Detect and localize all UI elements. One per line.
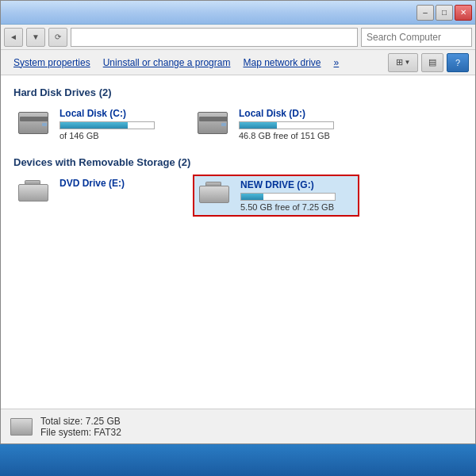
explorer-window: – □ ✕ ◄ ▼ ⟳ 🔍 System properties Uninstal… [0, 0, 476, 444]
removable-grid: DVD Drive (E:) NEW DRIVE (G:) 5.50 GB f [13, 175, 463, 217]
system-properties-button[interactable]: System properties [7, 52, 97, 73]
drive-d-free: 46.8 GB free of 151 GB [239, 131, 356, 140]
drive-g[interactable]: NEW DRIVE (G:) 5.50 GB free of 7.25 GB [193, 175, 359, 217]
drive-c[interactable]: Local Disk (C:) of 146 GB [13, 105, 180, 144]
drive-e[interactable]: DVD Drive (E:) [13, 175, 180, 217]
drive-g-free: 5.50 GB free of 7.25 GB [240, 202, 355, 212]
status-filesystem: File system: FAT32 [40, 427, 121, 438]
maximize-button[interactable]: □ [436, 5, 453, 21]
map-network-button[interactable]: Map network drive [236, 52, 327, 73]
hard-disks-section-title: Hard Disk Drives (2) [13, 86, 463, 98]
help-button[interactable]: ? [447, 53, 469, 72]
title-bar: – □ ✕ [1, 1, 475, 25]
drive-d[interactable]: Local Disk (D:) 46.8 GB free of 151 GB [193, 105, 359, 144]
address-input[interactable] [71, 28, 358, 47]
hard-disks-grid: Local Disk (C:) of 146 GB [13, 105, 463, 144]
title-bar-controls: – □ ✕ [416, 5, 472, 21]
drive-g-icon [198, 179, 232, 209]
status-bar: Total size: 7.25 GB File system: FAT32 [1, 409, 475, 443]
drive-g-bar [240, 193, 336, 201]
view-options-button[interactable]: ⊞▼ [388, 53, 418, 72]
close-button[interactable]: ✕ [455, 5, 472, 21]
details-pane-button[interactable]: ▤ [421, 53, 443, 72]
drive-g-name: NEW DRIVE (G:) [240, 179, 355, 190]
drive-d-bar [239, 121, 334, 129]
drive-c-bar [60, 121, 155, 129]
minimize-button[interactable]: – [416, 5, 434, 21]
drive-c-name: Local Disk (C:) [60, 108, 177, 119]
content-area: Hard Disk Drives (2) Local Disk (C:) [1, 75, 475, 409]
removable-section-title: Devices with Removable Storage (2) [13, 156, 463, 168]
more-button[interactable]: » [328, 52, 346, 73]
drive-c-info: Local Disk (C:) of 146 GB [60, 108, 177, 140]
drive-d-icon [196, 108, 231, 138]
drive-d-info: Local Disk (D:) 46.8 GB free of 151 GB [239, 108, 356, 140]
status-info: Total size: 7.25 GB File system: FAT32 [40, 416, 121, 438]
drive-e-name: DVD Drive (E:) [60, 178, 177, 189]
search-input[interactable] [367, 32, 476, 43]
taskbar [0, 444, 476, 476]
drive-e-info: DVD Drive (E:) [60, 178, 177, 191]
drive-e-icon [17, 178, 52, 208]
back-button[interactable]: ◄ [4, 28, 23, 47]
dropdown-button[interactable]: ▼ [26, 28, 45, 47]
toolbar: System properties Uninstall or change a … [1, 50, 475, 75]
drive-g-info: NEW DRIVE (G:) 5.50 GB free of 7.25 GB [240, 179, 355, 212]
status-drive-icon [10, 418, 33, 436]
search-box: 🔍 [361, 28, 472, 47]
drive-c-free: of 146 GB [60, 131, 177, 140]
status-total-size: Total size: 7.25 GB [40, 416, 121, 427]
uninstall-button[interactable]: Uninstall or change a program [97, 52, 237, 73]
address-bar: ◄ ▼ ⟳ 🔍 [1, 25, 475, 50]
toolbar-right: ⊞▼ ▤ ? [388, 53, 469, 72]
drive-d-name: Local Disk (D:) [239, 108, 356, 119]
refresh-button[interactable]: ⟳ [48, 28, 67, 47]
drive-c-icon [17, 108, 52, 138]
